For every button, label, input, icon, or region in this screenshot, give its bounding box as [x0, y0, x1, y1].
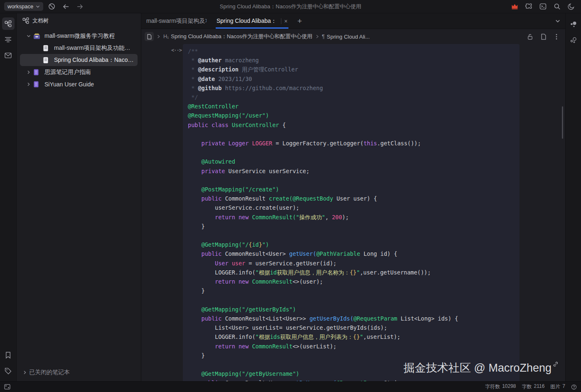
- document-icon: [43, 45, 50, 51]
- vip-crown-icon[interactable]: [509, 2, 520, 12]
- code-line: [188, 231, 515, 240]
- tab-label: Spring Cloud Alibaba：: [217, 17, 277, 25]
- terminal-icon[interactable]: [537, 2, 549, 12]
- code-line: userService.create(user);: [188, 203, 515, 212]
- workspace-label: workspace: [7, 3, 33, 10]
- breadcrumb-item-heading[interactable]: H₁ Spring Cloud Alibaba：Nacos作为注册中心和配置中心…: [163, 33, 313, 40]
- code-line: * @description 用户管理Controller: [188, 65, 515, 74]
- chevron-right-icon: [157, 34, 160, 39]
- network-off-icon[interactable]: [46, 2, 57, 12]
- back-button[interactable]: [60, 2, 71, 12]
- code-line: public CommonResult<User> getByUsername(…: [188, 378, 515, 381]
- tree-item-label: mall-swarm微服务学习教程: [44, 32, 115, 40]
- tag-dock-icon[interactable]: [2, 365, 15, 377]
- workspace-switcher[interactable]: workspace: [4, 2, 43, 11]
- tab-springcloud-alibaba[interactable]: Spring Cloud Alibaba： ×: [212, 13, 293, 29]
- close-icon[interactable]: ×: [284, 18, 288, 24]
- chevron-down-icon: [36, 5, 40, 9]
- graph-view-icon[interactable]: [567, 18, 580, 31]
- image-count-label: 图片: [550, 383, 560, 390]
- link-icon: [553, 361, 559, 367]
- help-icon[interactable]: [571, 384, 577, 390]
- left-dock: [0, 13, 17, 381]
- code-line: @RequestMapping("/user"): [188, 111, 515, 120]
- code-line: @PostMapping("/create"): [188, 185, 515, 194]
- code-line: * @date 2023/11/30: [188, 74, 515, 83]
- code-block-gutter-icon[interactable]: <··>: [171, 47, 182, 53]
- code-line: /**: [188, 47, 515, 56]
- plugin-icon[interactable]: [523, 2, 534, 12]
- global-graph-icon[interactable]: [567, 34, 580, 47]
- code-line: }: [188, 351, 515, 360]
- chevron-right-icon[interactable]: [24, 70, 33, 74]
- tab-list-dropdown[interactable]: [550, 13, 565, 29]
- document-content: <··> /** * @auther macrozheng * @descrip…: [141, 44, 565, 381]
- document-icon-button[interactable]: [145, 32, 154, 41]
- code-block[interactable]: /** * @auther macrozheng * @description …: [183, 44, 519, 381]
- tab-mallswarm-overview[interactable]: mall-swarm项目架构及功: [141, 13, 212, 29]
- char-count: 字符数 10298: [485, 383, 516, 390]
- inbox-dock-icon[interactable]: [2, 49, 15, 61]
- closed-notebooks-toggle[interactable]: 已关闭的笔记本: [17, 365, 141, 380]
- code-line: LOGGER.info("根据id获取用户信息，用户名称为：{}",user.g…: [188, 268, 515, 277]
- word-count-value: 2116: [534, 383, 545, 390]
- document-icon: [43, 57, 50, 64]
- image-count: 图片 7: [550, 383, 565, 390]
- outline-dock-icon[interactable]: [2, 33, 15, 46]
- tab-label: mall-swarm项目架构及功: [146, 17, 207, 25]
- breadcrumb-item-paragraph[interactable]: ¶ Spring Cloud Ali...: [322, 34, 370, 40]
- editor-area: mall-swarm项目架构及功 Spring Cloud Alibaba： ×…: [141, 13, 565, 381]
- guide-book-icon: [33, 81, 41, 88]
- new-tab-button[interactable]: +: [293, 13, 307, 29]
- tree-item-doc-springcloud[interactable]: Spring Cloud Alibaba：Nacos...: [20, 54, 138, 66]
- code-line: @RestController: [188, 102, 515, 111]
- code-line: public CommonResult create(@RequestBody …: [188, 194, 515, 203]
- chevron-down-icon[interactable]: [24, 34, 33, 38]
- dark-mode-moon-icon[interactable]: [565, 2, 577, 12]
- code-line: private Logger LOGGER = LoggerFactory.ge…: [188, 139, 515, 148]
- tab-bar: mall-swarm项目架构及功 Spring Cloud Alibaba： ×…: [141, 13, 565, 29]
- siyuan-app-window: workspace Spring Cloud Alibaba：Nacos作为注册…: [0, 0, 581, 392]
- notebook-icon: [33, 33, 41, 39]
- tab-separator: [281, 18, 281, 24]
- code-line: */: [188, 93, 515, 102]
- tree-item-doc-overview[interactable]: mall-swarm项目架构及功能概览: [20, 42, 138, 54]
- tree-item-notebook-siyuan-en[interactable]: SiYuan User Guide: [20, 78, 138, 90]
- unlock-icon[interactable]: [524, 32, 535, 42]
- dock-toggle-icon[interactable]: [4, 384, 10, 390]
- bookmark-dock-icon[interactable]: [2, 349, 15, 361]
- h1-marker: H₁: [163, 34, 169, 39]
- char-count-value: 10298: [502, 383, 516, 390]
- code-line: public CommonResult<User> getUser(@PathV…: [188, 249, 515, 258]
- code-line: @GetMapping("/{id}"): [188, 240, 515, 249]
- code-line: return new CommonResult<>(userList);: [188, 342, 515, 351]
- editor-scrollbar[interactable]: [562, 106, 563, 139]
- breadcrumb-label: Spring Cloud Alibaba：Nacos作为注册中心和配置中心使用: [171, 33, 312, 40]
- image-count-value: 7: [562, 383, 565, 390]
- tree-item-label: 思源笔记用户指南: [44, 69, 91, 76]
- code-line: @Autowired: [188, 157, 515, 166]
- chevron-down-icon: [555, 19, 560, 24]
- char-count-label: 字符数: [485, 383, 500, 390]
- file-tree-body: mall-swarm微服务学习教程 mall-swarm项目架构及功能概览 Sp…: [17, 28, 141, 365]
- code-line: }: [188, 286, 515, 295]
- forward-button[interactable]: [74, 2, 86, 12]
- doc-tree-dock-icon[interactable]: [2, 17, 15, 30]
- closed-notebooks-label: 已关闭的笔记本: [29, 369, 70, 376]
- tree-item-notebook-mallswarm[interactable]: mall-swarm微服务学习教程: [20, 30, 138, 42]
- breadcrumb-label: Spring Cloud Ali...: [327, 34, 369, 40]
- breadcrumb-bar: H₁ Spring Cloud Alibaba：Nacos作为注册中心和配置中心…: [141, 29, 565, 44]
- document-properties-icon[interactable]: [538, 32, 549, 42]
- code-line: List<User> userList= userService.getUser…: [188, 323, 515, 332]
- chevron-right-icon[interactable]: [24, 82, 33, 86]
- paragraph-marker: ¶: [322, 34, 325, 39]
- tree-item-notebook-siyuan-cn[interactable]: 思源笔记用户指南: [20, 66, 138, 78]
- more-options-icon[interactable]: [551, 32, 562, 42]
- chevron-right-icon: [315, 34, 319, 39]
- guide-book-icon: [33, 69, 41, 76]
- code-line: LOGGER.info("根据ids获取用户信息，用户列表为：{}",userL…: [188, 332, 515, 341]
- search-icon[interactable]: [551, 2, 563, 12]
- code-line: @GetMapping("/getUserByIds"): [188, 305, 515, 314]
- word-count: 字数 2116: [522, 383, 545, 390]
- window-title: Spring Cloud Alibaba：Nacos作为注册中心和配置中心使用: [0, 3, 581, 10]
